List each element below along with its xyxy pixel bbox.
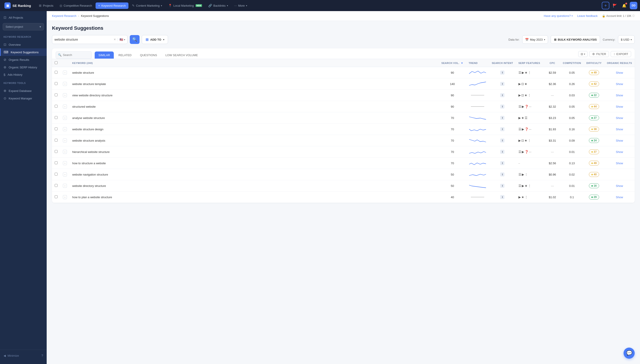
expand-row-button[interactable]: › xyxy=(63,172,67,176)
expand-row-button[interactable]: › xyxy=(63,82,67,86)
minimize-sidebar-button[interactable]: ◀ Minimize ? xyxy=(0,352,47,359)
select-all-checkbox[interactable] xyxy=(55,61,58,64)
cpc-column-header[interactable]: CPC xyxy=(545,59,560,67)
organic-header-label: ORGANIC RESULTS xyxy=(607,62,632,64)
country-selector[interactable]: 🇺🇸 ▾ xyxy=(118,38,125,41)
nav-item-local-marketing[interactable]: 📍 Local Marketing NEW xyxy=(165,2,205,9)
row-checkbox[interactable] xyxy=(55,94,58,96)
date-selector[interactable]: 📅 May 2023 ▾ xyxy=(522,35,548,44)
nav-item-projects[interactable]: ⊞ Projects xyxy=(36,2,56,9)
organic-show-link[interactable]: Show xyxy=(616,162,623,165)
sidebar-item-keyword-suggestions[interactable]: ⌨ Keyword Suggestions xyxy=(0,48,47,56)
sidebar-item-expand-database[interactable]: ⊕ Expand Database xyxy=(0,87,47,94)
organic-results-cell: Show xyxy=(604,192,635,203)
row-checkbox[interactable] xyxy=(55,139,58,142)
competition-column-header[interactable]: COMPETITION xyxy=(560,59,584,67)
filter-button[interactable]: ⚙ FILTER xyxy=(589,51,609,57)
intent-column-header[interactable]: SEARCH INTENT xyxy=(489,59,516,67)
export-button[interactable]: ↑ EXPORT xyxy=(611,51,631,57)
expand-row-button[interactable]: › xyxy=(63,195,67,199)
tab-questions[interactable]: QUESTIONS xyxy=(136,52,161,58)
nav-item-keyword-research[interactable]: ⌖ Keyword Research xyxy=(96,2,128,9)
row-checkbox[interactable] xyxy=(55,195,58,198)
expand-row-button[interactable]: › xyxy=(63,93,67,97)
tab-similar[interactable]: SIMILAR xyxy=(95,52,114,58)
sidebar-item-organic-results[interactable]: ⊘ Organic Results xyxy=(0,56,47,64)
sidebar-item-organic-serp-history[interactable]: ⊛ Organic SERP History xyxy=(0,64,47,71)
sidebar-item-ads-history[interactable]: $ Ads History xyxy=(0,71,47,78)
organic-show-link[interactable]: Show xyxy=(616,139,623,142)
keyword-column-header[interactable]: KEYWORD (240) xyxy=(70,59,439,67)
organic-show-link[interactable]: Show xyxy=(616,82,623,86)
clear-search-button[interactable]: × xyxy=(114,38,116,42)
user-avatar[interactable]: DD xyxy=(630,2,637,9)
table-search-input[interactable] xyxy=(63,53,90,56)
search-button[interactable]: 🔍 xyxy=(130,35,140,44)
chat-support-button[interactable]: 💬 xyxy=(623,348,635,359)
expand-row-button[interactable]: › xyxy=(63,70,67,74)
nav-item-more[interactable]: ··· More ▾ xyxy=(232,2,250,9)
serp-column-header[interactable]: SERP FEATURES xyxy=(516,59,545,67)
table-header: KEYWORD (240) SEARCH VOL. ▼ TREND xyxy=(52,59,635,67)
select-all-header[interactable] xyxy=(52,59,60,67)
new-project-button[interactable]: + xyxy=(602,2,609,9)
organic-show-link[interactable]: Show xyxy=(616,128,623,131)
sidebar-item-all-projects[interactable]: ⊡ All Projects xyxy=(0,14,47,21)
expand-row-button[interactable]: › xyxy=(63,161,67,165)
row-checkbox[interactable] xyxy=(55,116,58,119)
currency-selector[interactable]: $ USD ▾ xyxy=(618,35,635,44)
organic-show-link[interactable]: Show xyxy=(616,150,623,154)
expand-row-button[interactable]: › xyxy=(63,138,67,142)
trend-column-header[interactable]: TREND xyxy=(466,59,489,67)
search-vol-value: 70 xyxy=(451,139,454,142)
row-checkbox[interactable] xyxy=(55,128,58,130)
nav-item-backlinks[interactable]: 🔗 Backlinks ▾ xyxy=(205,2,231,9)
keyword-search-input[interactable] xyxy=(55,38,112,41)
row-checkbox[interactable] xyxy=(55,105,58,108)
expand-row-button[interactable]: › xyxy=(63,116,67,120)
app-logo[interactable]: ▣ SE Ranking xyxy=(3,2,33,9)
expand-db-icon: ⊕ xyxy=(4,89,7,93)
organic-show-link[interactable]: Show xyxy=(616,105,623,108)
organic-show-link[interactable]: Show xyxy=(616,184,623,188)
notifications-button[interactable]: 🔔 xyxy=(620,2,628,9)
difficulty-cell: 40 xyxy=(584,169,604,180)
row-checkbox[interactable] xyxy=(55,184,58,187)
organic-column-header[interactable]: ORGANIC RESULTS xyxy=(604,59,635,67)
project-selector[interactable]: Select project ▾ xyxy=(3,23,44,30)
intent-badge: I xyxy=(500,70,504,74)
nav-item-content-marketing[interactable]: ✎ Content Marketing ▾ xyxy=(129,2,165,9)
help-questions-link[interactable]: Have any questions? ▾ xyxy=(544,14,573,18)
row-checkbox[interactable] xyxy=(55,161,58,164)
nav-item-competitive-research[interactable]: ◎ Competitive Research xyxy=(57,2,95,9)
organic-show-link[interactable]: Show xyxy=(616,94,623,97)
view-options-button[interactable]: ⊟ ▾ xyxy=(578,51,587,57)
leave-feedback-link[interactable]: Leave feedback xyxy=(577,14,597,18)
flag-button[interactable]: 🚩 xyxy=(611,2,619,9)
row-checkbox[interactable] xyxy=(55,173,58,176)
add-to-button[interactable]: ⊞ ADD TO ▾ xyxy=(142,35,168,44)
organic-show-link[interactable]: Show xyxy=(616,116,623,120)
search-vol-value: 70 xyxy=(451,128,454,131)
content-icon: ✎ xyxy=(132,4,135,7)
row-checkbox[interactable] xyxy=(55,150,58,153)
sidebar-item-overview[interactable]: ⊡ Overview xyxy=(0,41,47,48)
tab-related[interactable]: RELATED xyxy=(115,52,135,58)
search-vol-cell: 70 xyxy=(439,135,466,146)
bulk-keyword-analysis-button[interactable]: ⊞ BULK KEYWORD ANALYSIS xyxy=(551,35,600,44)
expand-row-button[interactable]: › xyxy=(63,104,67,108)
organic-show-link[interactable]: Show xyxy=(616,196,623,199)
organic-show-link[interactable]: Show xyxy=(616,71,623,74)
breadcrumb-parent-link[interactable]: Keyword Research xyxy=(52,14,76,18)
expand-row-button[interactable]: › xyxy=(63,150,67,154)
competition-cell: 0.1 xyxy=(560,192,584,203)
difficulty-column-header[interactable]: DIFFICULTY xyxy=(584,59,604,67)
row-checkbox[interactable] xyxy=(55,71,58,74)
tab-low-search-volume[interactable]: LOW SEARCH VOLUME xyxy=(162,52,202,58)
expand-row-button[interactable]: › xyxy=(63,184,67,188)
row-checkbox[interactable] xyxy=(55,82,58,85)
search-vol-value: 90 xyxy=(451,71,454,74)
expand-row-button[interactable]: › xyxy=(63,127,67,131)
search-vol-column-header[interactable]: SEARCH VOL. ▼ xyxy=(439,59,466,67)
sidebar-item-keyword-manager[interactable]: ⊙ Keyword Manager xyxy=(0,94,47,102)
